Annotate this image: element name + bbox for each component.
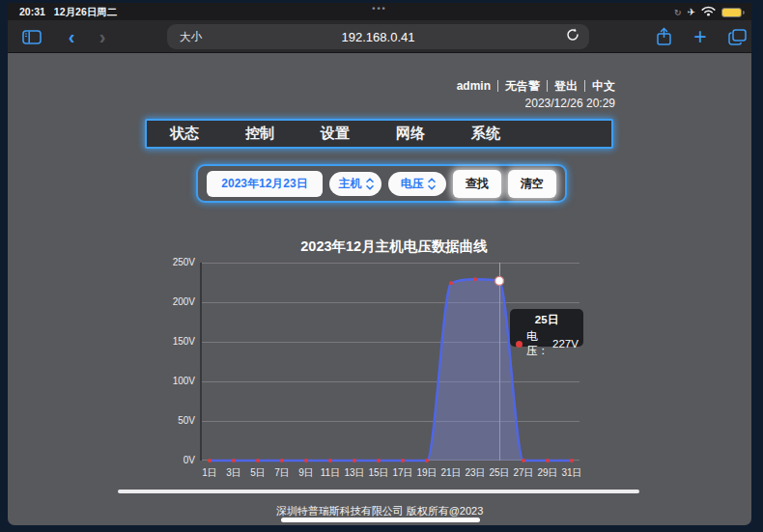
y-axis-label: 0V: [156, 455, 195, 465]
data-point: [425, 459, 429, 462]
sidebar-toggle-button[interactable]: [19, 20, 44, 53]
clear-button[interactable]: 清空: [508, 170, 556, 198]
data-point: [208, 459, 212, 462]
filter-panel: 2023年12月23日 主机 电压 查找 清空: [196, 164, 567, 203]
data-point: [546, 459, 550, 462]
tooltip-series-dot: [516, 341, 523, 348]
metric-select[interactable]: 电压: [388, 172, 446, 196]
x-axis-label: 9日: [293, 466, 320, 480]
username-label: admin: [450, 80, 498, 92]
reload-button[interactable]: [566, 28, 579, 45]
status-bar: 20:31 12月26日周二 ••• ↻ ✈: [8, 3, 751, 20]
share-button[interactable]: [651, 20, 676, 53]
rotation-lock-icon: ↻: [674, 8, 682, 17]
clock-label: 20:31: [19, 6, 45, 19]
data-point: [328, 459, 332, 462]
url-text: 192.168.0.41: [167, 30, 589, 44]
footer-copyright: 深圳特普瑞斯科技有限公司 版权所有@2023: [8, 504, 751, 518]
nav-item-settings[interactable]: 设置: [321, 125, 350, 143]
highlighted-data-point: [495, 276, 504, 285]
cursor-handle-dots: •••: [372, 4, 386, 14]
x-axis-label: 17日: [389, 466, 416, 480]
chart-canvas: [202, 263, 581, 461]
nav-item-status[interactable]: 状态: [170, 125, 199, 143]
date-label: 12月26日周二: [54, 6, 117, 19]
x-axis-label: 1日: [196, 466, 223, 480]
tabs-button[interactable]: [724, 20, 749, 53]
y-axis-label: 150V: [156, 336, 195, 347]
data-point: [449, 281, 453, 285]
x-axis-label: 31日: [558, 466, 585, 480]
alarm-status-link[interactable]: 无告警: [498, 80, 548, 92]
logout-link[interactable]: 登出: [548, 80, 585, 92]
data-point: [256, 459, 260, 462]
x-axis-label: 13日: [341, 466, 368, 480]
x-axis-label: 19日: [413, 466, 440, 480]
battery-icon: [721, 8, 742, 17]
nav-item-system[interactable]: 系统: [471, 125, 500, 143]
y-axis-label: 250V: [156, 257, 195, 267]
search-button[interactable]: 查找: [453, 170, 501, 198]
voltage-chart[interactable]: 0V50V100V150V200V250V 1日3日5日7日9日11日13日15…: [200, 263, 579, 461]
tooltip-title: 25日: [516, 313, 578, 327]
data-point: [304, 459, 308, 462]
x-axis-label: 25日: [486, 466, 513, 480]
forward-button[interactable]: ›: [91, 20, 114, 53]
select-stepper-icon: [428, 178, 436, 190]
x-axis-label: 3日: [220, 466, 247, 480]
x-axis-label: 29日: [534, 466, 561, 480]
new-tab-button[interactable]: +: [688, 20, 713, 53]
select-stepper-icon: [366, 178, 374, 190]
y-axis-label: 100V: [156, 376, 195, 386]
ipad-screen: 20:31 12月26日周二 ••• ↻ ✈: [8, 3, 751, 525]
date-picker-button[interactable]: 2023年12月23日: [207, 171, 322, 197]
x-axis-label: 15日: [365, 466, 392, 480]
nav-item-control[interactable]: 控制: [245, 125, 274, 143]
data-point: [473, 277, 477, 281]
wifi-icon: [701, 6, 716, 18]
url-field[interactable]: 大小 192.168.0.41: [167, 24, 589, 49]
x-axis-label: 7日: [268, 466, 296, 480]
y-axis-label: 200V: [156, 296, 195, 307]
web-page: admin 无告警 登出 中文 2023/12/26 20:29 状态 控制 设…: [8, 53, 751, 524]
language-link[interactable]: 中文: [585, 80, 615, 92]
x-axis-label: 21日: [438, 466, 465, 480]
series-line: [210, 279, 572, 461]
host-select-value: 主机: [339, 176, 362, 192]
data-point: [280, 459, 284, 462]
metric-select-value: 电压: [401, 176, 424, 192]
home-indicator[interactable]: [281, 518, 480, 522]
data-point: [522, 459, 525, 462]
browser-toolbar: ‹ › 大小 192.168.0.41 +: [8, 20, 751, 53]
main-nav: 状态 控制 设置 网络 系统: [145, 119, 613, 149]
data-point: [377, 459, 381, 462]
chart-title: 2023年12月主机电压数据曲线: [124, 238, 664, 256]
nav-item-network[interactable]: 网络: [396, 125, 425, 143]
text-size-button[interactable]: 大小: [180, 30, 202, 44]
data-point: [570, 459, 574, 462]
user-menu: admin 无告警 登出 中文: [450, 80, 615, 92]
tooltip-value: 227V: [552, 338, 579, 350]
x-axis-label: 5日: [244, 466, 271, 480]
x-axis-label: 27日: [510, 466, 537, 480]
back-button[interactable]: ‹: [60, 20, 83, 53]
x-axis-label: 23日: [462, 466, 489, 480]
y-axis-label: 50V: [156, 415, 195, 426]
datetime-label: 2023/12/26 20:29: [525, 97, 615, 110]
data-point: [232, 459, 236, 462]
tooltip-label: 电压：: [526, 329, 549, 358]
scroll-indicator-bar[interactable]: [118, 490, 639, 493]
airplane-mode-icon: ✈: [688, 8, 695, 17]
data-point: [353, 459, 356, 462]
chart-tooltip: 25日 电压： 227V: [510, 309, 583, 347]
host-select[interactable]: 主机: [329, 172, 382, 196]
data-point: [401, 459, 405, 462]
x-axis-label: 11日: [317, 466, 344, 480]
